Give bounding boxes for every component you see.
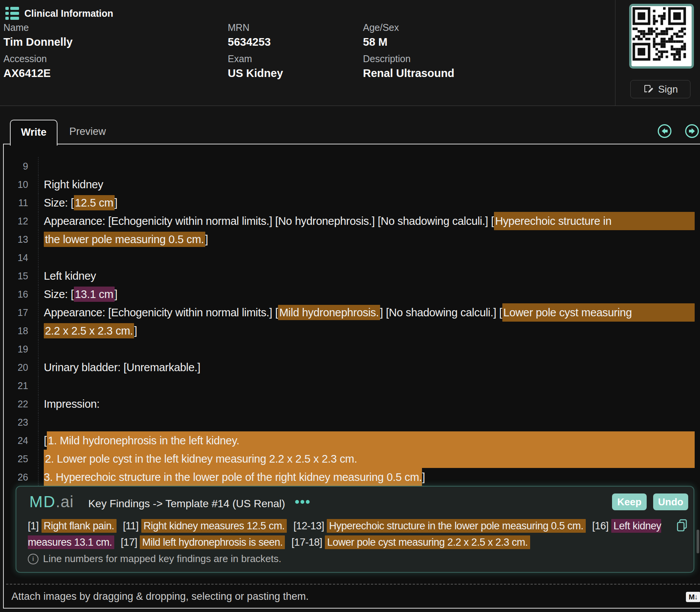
key-finding[interactable]: Right kidney measures 12.5 cm. — [141, 519, 287, 533]
line-number: 11 — [4, 194, 38, 212]
line-content[interactable]: Appearance: [Echogenicity within normal … — [38, 212, 695, 230]
line-content[interactable]: 2. Lower pole cyst in the left kidney me… — [38, 450, 695, 468]
text-segment: ] [No shadowing calculi.] [ — [380, 303, 502, 322]
text-segment: Appearance: [Echogenicity within normal … — [44, 303, 278, 322]
line-content[interactable]: 2.2 x 2.5 x 2.3 cm.] — [38, 322, 695, 340]
key-finding[interactable]: Mild left hydronephrosis is seen. — [140, 535, 285, 549]
text-segment: Urinary bladder: [Unremarkable.] — [44, 358, 200, 376]
line-content[interactable]: Urinary bladder: [Unremarkable.] — [38, 358, 695, 376]
keep-button[interactable]: Keep — [612, 493, 647, 510]
editor-line: 21 — [4, 376, 700, 395]
line-content[interactable]: Impression: — [38, 395, 695, 413]
line-number: 13 — [4, 230, 38, 248]
editor-line: 10Right kidney — [4, 175, 700, 194]
text-segment: Size: [ — [44, 194, 74, 212]
editor-line: 24[1. Mild hydronephrosis in the left ki… — [4, 431, 700, 450]
key-finding[interactable]: Hyperechoic structure in the lower pole … — [327, 519, 586, 533]
field-label: Exam — [228, 53, 283, 64]
text-segment: Impression: — [44, 395, 100, 413]
highlighted-field[interactable]: 1. Mild hydronephrosis in the left kidne… — [47, 431, 695, 450]
line-content[interactable] — [38, 248, 695, 267]
highlighted-field[interactable]: Lower pole cyst measuring — [502, 303, 695, 322]
line-number: 9 — [4, 157, 38, 175]
sign-button[interactable]: Sign — [630, 80, 690, 98]
finding-line-ref: [12-13] — [293, 520, 324, 532]
highlighted-field[interactable]: 3. Hyperechoic structure in the lower po… — [44, 468, 422, 486]
key-finding[interactable]: Lower pole cyst measuring 2.2 x 2.5 x 2.… — [325, 535, 530, 549]
editor-line: 17Appearance: [Echogenicity within norma… — [4, 303, 700, 322]
text-segment: ] — [115, 285, 118, 303]
assistant-title: Key Findings -> Template #14 (US Renal) — [88, 498, 285, 510]
finding-line-ref: [11] — [123, 520, 139, 532]
nav-back-button[interactable] — [657, 124, 672, 138]
highlighted-field[interactable]: 13.1 cm — [74, 287, 115, 302]
finding-line-ref: [16] — [592, 520, 609, 532]
highlighted-field[interactable]: 2. Lower pole cyst in the left kidney me… — [44, 450, 695, 468]
line-content[interactable]: Right kidney — [38, 175, 695, 194]
editor-line: 20Urinary bladder: [Unremarkable.] — [4, 358, 700, 376]
field-value: US Kidney — [228, 67, 283, 80]
editor-line: 16Size: [13.1 cm] — [4, 285, 700, 303]
editor-line: 12Appearance: [Echogenicity within norma… — [4, 212, 700, 230]
text-segment: ] — [205, 230, 208, 248]
line-content[interactable]: [1. Mild hydronephrosis in the left kidn… — [38, 431, 695, 450]
line-number: 14 — [4, 248, 38, 267]
sign-label: Sign — [658, 83, 678, 95]
ellipsis-menu-icon[interactable] — [295, 500, 310, 504]
field-accession: AccessionAX6412E — [3, 53, 51, 80]
line-content[interactable]: the lower pole measuring 0.5 cm.] — [38, 230, 695, 248]
tab-write[interactable]: Write — [10, 120, 58, 146]
line-number: 24 — [4, 431, 38, 450]
line-number: 20 — [4, 358, 38, 376]
highlighted-field[interactable]: Mild hydronephrosis. — [278, 305, 380, 320]
editor-line: 252. Lower pole cyst in the left kidney … — [4, 450, 700, 468]
line-number: 21 — [4, 376, 38, 395]
finding-line-ref: [17-18] — [291, 537, 322, 548]
line-content[interactable] — [38, 340, 695, 358]
page-title: Clinical Information — [24, 8, 113, 19]
highlighted-field[interactable]: the lower pole measuring 0.5 cm. — [44, 232, 205, 247]
editor-line: 263. Hyperechoic structure in the lower … — [4, 468, 700, 486]
undo-button[interactable]: Undo — [653, 493, 688, 510]
qr-code — [629, 4, 694, 69]
key-finding[interactable]: Right flank pain. — [42, 519, 117, 533]
editor-line: 19 — [4, 340, 700, 358]
line-content[interactable]: Appearance: [Echogenicity within normal … — [38, 303, 695, 322]
line-content[interactable] — [38, 376, 695, 395]
line-content[interactable]: Size: [13.1 cm] — [38, 285, 695, 303]
field-description: DescriptionRenal Ultrasound — [363, 53, 454, 80]
clinical-information-header: Clinical Information NameTim DonnellyMRN… — [0, 0, 700, 106]
editor-lines: 910Right kidney11Size: [12.5 cm]12Appear… — [4, 157, 700, 486]
editor-scrollbar[interactable] — [697, 530, 699, 553]
info-circle-icon: i — [28, 554, 38, 564]
line-content[interactable] — [38, 413, 695, 431]
copy-icon[interactable] — [676, 519, 688, 532]
line-content[interactable]: Size: [12.5 cm] — [38, 194, 695, 212]
field-value: AX6412E — [3, 67, 51, 80]
tab-preview[interactable]: Preview — [61, 120, 114, 144]
line-content[interactable]: 3. Hyperechoic structure in the lower po… — [38, 468, 695, 486]
highlighted-field[interactable]: Hyperechoic structure in — [494, 212, 695, 230]
text-segment: Left kidney — [44, 267, 96, 285]
text-segment: Appearance: [Echogenicity within normal … — [44, 212, 494, 230]
header-divider — [0, 106, 700, 106]
line-number: 12 — [4, 212, 38, 230]
arrow-right-icon — [689, 128, 695, 134]
editor-line: 13the lower pole measuring 0.5 cm.] — [4, 230, 700, 248]
line-content[interactable]: Left kidney — [38, 267, 695, 285]
field-label: Age/Sex — [363, 22, 399, 33]
editor-line: 9 — [4, 157, 700, 175]
line-content[interactable] — [38, 157, 695, 175]
editor-line: 23 — [4, 413, 700, 431]
key-findings: [1]Right flank pain. [11]Right kidney me… — [28, 518, 675, 551]
field-value: 5634253 — [228, 36, 271, 48]
line-number: 17 — [4, 303, 38, 322]
highlighted-field[interactable]: 12.5 cm — [74, 195, 115, 210]
field-value: 58 M — [363, 36, 399, 48]
mdai-logo: MD.ai — [29, 493, 74, 511]
text-segment: Right kidney — [44, 175, 103, 194]
highlighted-field[interactable]: 2.2 x 2.5 x 2.3 cm. — [44, 323, 134, 338]
line-number: 23 — [4, 413, 38, 431]
editor-line: 182.2 x 2.5 x 2.3 cm.] — [4, 322, 700, 340]
nav-forward-button[interactable] — [685, 124, 699, 138]
